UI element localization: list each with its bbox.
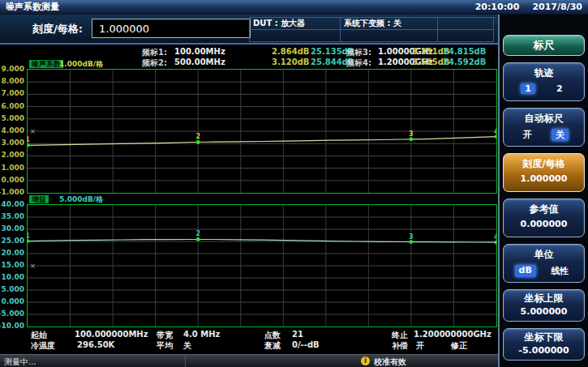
trace-option-2[interactable]: 2	[552, 83, 567, 94]
lower-limit-button[interactable]: 坐标下限 -5.000000	[503, 328, 585, 361]
marker-label: 频标1:	[142, 47, 167, 58]
config-cell-empty	[341, 30, 438, 42]
correction-label: 修正	[451, 340, 467, 352]
scale-per-div-button-label: 刻度/每格	[504, 154, 584, 170]
stop-freq-label: 终止	[392, 330, 408, 341]
attenuation-label: 衰减	[264, 340, 281, 352]
svg-text:4: 4	[494, 233, 496, 241]
scale-per-div-input[interactable]	[92, 19, 251, 38]
main-area: 刻度/每格: DUT : 放大器 系统下变频 : 关 频标1: 100.00MH…	[0, 15, 498, 367]
clock: 20:10:00 2017/8/30	[475, 2, 582, 12]
unit-linear-option[interactable]: 线性	[547, 265, 573, 277]
gain-plot-svg: ×1234	[28, 205, 496, 326]
y-tick-label: 0.000	[2, 176, 24, 184]
y-tick-label: 10.00	[2, 273, 24, 281]
measurement-config-table: DUT : 放大器 系统下变频 : 关	[249, 17, 496, 42]
y-tick-label: 5.000	[2, 285, 24, 293]
autoscale-on-option[interactable]: 开	[519, 129, 536, 141]
noise-figure-app: 噪声系数测量 20:10:00 2017/8/30 刻度/每格: DUT : 放…	[0, 0, 588, 367]
points-value: 21	[292, 330, 303, 339]
downconvert-cell: 系统下变频 : 关	[341, 18, 438, 30]
autoscale-button-label: 自动标尺	[504, 109, 584, 125]
bandwidth-value: 4.0 MHz	[183, 330, 220, 339]
marker-label: 频标4:	[346, 58, 371, 69]
upper-limit-button-label: 坐标上限	[504, 290, 584, 305]
gain-plot: ×1234	[27, 204, 497, 327]
scale-per-div-button-value: 1.000000	[504, 170, 584, 184]
svg-text:×: ×	[30, 128, 36, 135]
softkey-panel: 标尺 轨迹 1 2 自动标尺 开 关 刻度/每格 1.000000	[498, 15, 588, 367]
nf-y-axis: 9.0008.0007.0006.0005.0004.0003.0002.000…	[1, 69, 25, 192]
dut-cell: DUT : 放大器	[250, 18, 341, 30]
y-tick-label: 0.000	[2, 297, 24, 305]
y-tick-label: 4.000	[2, 126, 24, 134]
y-tick-label: 7.000	[2, 89, 24, 97]
stop-freq-value: 1.200000000GHz	[414, 330, 491, 339]
svg-text:1: 1	[28, 136, 30, 143]
y-tick-label: 3.000	[2, 139, 24, 147]
y-tick-label: 1.000	[2, 164, 24, 172]
y-tick-label: 35.00	[2, 212, 24, 220]
start-freq-value: 100.000000MHz	[75, 330, 148, 339]
ref-value-button-value: 0.000000	[504, 216, 584, 229]
config-cell-empty	[438, 18, 494, 30]
svg-text:3: 3	[409, 130, 414, 138]
autoscale-off-option[interactable]: 关	[552, 129, 569, 141]
attenuation-value: 0/--dB	[292, 340, 320, 349]
marker-gain-value: 24.815dB	[443, 47, 486, 56]
unit-db-option[interactable]: dB	[515, 265, 536, 277]
marker-freq: 100.00MHz	[174, 47, 225, 56]
y-tick-label: 30.00	[2, 224, 24, 233]
nf-chart-title: 噪声系数	[29, 60, 63, 68]
average-label: 平均	[157, 340, 173, 352]
nf-chart-header: 噪声系数 1.000dB/格	[29, 59, 63, 69]
scale-menu-button[interactable]: 标尺	[503, 35, 585, 56]
y-tick-label: 40.00	[2, 200, 24, 208]
y-tick-label: 2.000	[2, 151, 24, 159]
marker-freq: 500.00MHz	[174, 58, 225, 66]
trace-button-label: 轨迹	[504, 63, 584, 79]
gain-y-axis: 40.0035.0030.0025.0020.0015.0010.005.000…	[1, 204, 25, 326]
y-tick-label: 15.00	[2, 261, 24, 269]
config-cell-empty	[250, 30, 341, 42]
y-tick-label: -1.000	[0, 188, 24, 196]
marker-nf-value: 3.120dB	[272, 58, 309, 66]
points-label: 点数	[264, 330, 281, 341]
marker-label: 频标2:	[142, 58, 167, 69]
trace-button[interactable]: 轨迹 1 2	[503, 62, 585, 101]
y-tick-label: 25.00	[2, 237, 24, 245]
status-text: 测量中...	[4, 356, 36, 367]
y-tick-label: 20.00	[2, 249, 24, 257]
setup-info-row: 冷温度 296.50K 平均 关 衰减 0/--dB 补偿 开 修正	[0, 340, 498, 351]
compensation-value: 开	[416, 340, 424, 352]
unit-button[interactable]: 单位 dB 线性	[503, 244, 585, 283]
svg-text:1: 1	[28, 233, 30, 240]
y-tick-label: -5.000	[0, 309, 24, 318]
lower-limit-button-label: 坐标下限	[504, 329, 584, 344]
marker-nf-value: 2.864dB	[272, 47, 309, 56]
info-icon: i	[361, 356, 370, 365]
upper-limit-button[interactable]: 坐标上限 5.000000	[503, 289, 585, 322]
title-bar: 噪声系数测量 20:10:00 2017/8/30	[0, 0, 588, 15]
noise-figure-plot: ×1234	[27, 69, 497, 194]
gain-chart-header: 增益 5.000dB/格	[29, 194, 49, 204]
svg-text:×: ×	[30, 262, 36, 270]
scale-per-div-button[interactable]: 刻度/每格 1.000000	[503, 153, 585, 192]
sweep-info-row: 起始 100.000000MHz 带宽 4.0 MHz 点数 21 终止 1.2…	[0, 330, 498, 340]
lower-limit-button-value: -5.000000	[504, 344, 584, 356]
start-freq-label: 起始	[31, 330, 47, 341]
clock-date: 2017/8/30	[532, 2, 582, 12]
y-tick-label: 6.000	[2, 102, 24, 110]
status-bar: 测量中... i 校准有效	[0, 354, 498, 367]
bandwidth-label: 带宽	[157, 330, 173, 341]
gain-chart-title: 增益	[29, 195, 49, 203]
autoscale-button[interactable]: 自动标尺 开 关	[503, 108, 585, 147]
clock-time: 20:10:00	[475, 2, 520, 12]
average-value: 关	[183, 340, 191, 352]
unit-button-label: 单位	[504, 245, 584, 261]
window-title: 噪声系数测量	[6, 1, 59, 13]
status-divider	[185, 355, 186, 367]
trace-option-1[interactable]: 1	[521, 83, 535, 94]
ref-value-button[interactable]: 参考值 0.000000	[503, 198, 585, 237]
y-tick-label: 8.000	[2, 77, 24, 85]
